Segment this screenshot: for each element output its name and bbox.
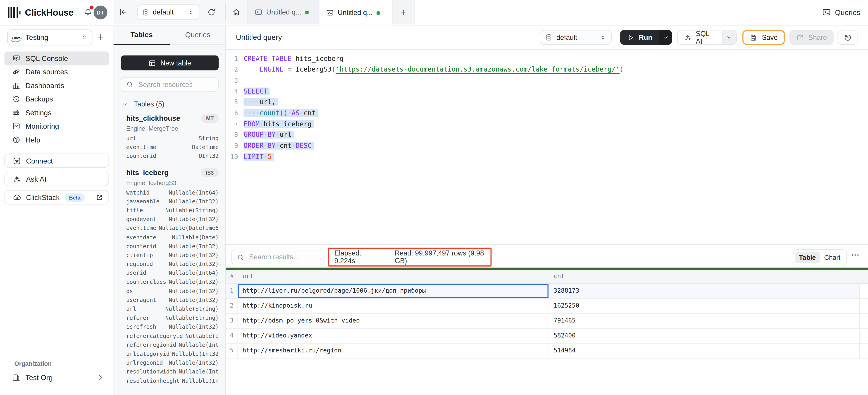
column-header-url[interactable]: url bbox=[238, 273, 549, 280]
column-row[interactable]: urlcategoryidNullable(Int32 bbox=[126, 350, 219, 360]
plus-icon[interactable] bbox=[96, 33, 105, 41]
result-row-3[interactable]: 3http://bdsm_po_yers=0&with_video791465 bbox=[226, 313, 868, 328]
new-table-button[interactable]: New table bbox=[121, 56, 219, 70]
queries-button[interactable]: Queries bbox=[822, 6, 860, 18]
cnt-cell[interactable]: 3288173 bbox=[549, 283, 860, 298]
column-row[interactable]: regionidNullable(Int32) bbox=[126, 261, 219, 270]
result-row-4[interactable]: 4http://video.yandex582400 bbox=[226, 329, 868, 343]
column-row[interactable]: counteridUInt32 bbox=[126, 153, 219, 162]
column-row[interactable]: eventdateNullable(Date) bbox=[126, 234, 219, 243]
run-button[interactable]: Run bbox=[620, 30, 672, 45]
editor-database-selector[interactable]: default bbox=[540, 30, 612, 45]
results-more-button[interactable]: ••• bbox=[851, 252, 860, 257]
result-row-2[interactable]: 2http://kinopoisk.ru1625250 bbox=[226, 298, 868, 313]
url-cell[interactable]: http://smeshariki.ru/region bbox=[238, 343, 549, 358]
refresh-icon[interactable] bbox=[207, 8, 216, 17]
code-line[interactable]: 10LIMIT·5 bbox=[226, 151, 868, 162]
search-resources-input[interactable] bbox=[137, 80, 212, 89]
results-panel: Elapsed: 9.224s Read: 99,997,497 rows (9… bbox=[226, 244, 868, 395]
query-history-button[interactable] bbox=[837, 30, 857, 45]
cnt-cell[interactable]: 582400 bbox=[549, 329, 860, 343]
column-row[interactable]: refererNullable(String) bbox=[126, 315, 219, 324]
column-row[interactable]: resolutionwidthNullable(Int bbox=[126, 369, 219, 378]
avatar[interactable]: DT bbox=[93, 5, 107, 19]
search-results-input[interactable] bbox=[248, 253, 316, 262]
table-item-hits_iceberg[interactable]: hits_icebergIS3 bbox=[126, 168, 219, 177]
cnt-cell[interactable]: 791465 bbox=[549, 313, 860, 328]
sidebar-item-settings[interactable]: Settings bbox=[4, 106, 109, 119]
tab-queries[interactable]: Queries bbox=[170, 25, 226, 45]
column-row[interactable]: eventtimeNullable(DateTime6 bbox=[126, 225, 219, 234]
cnt-cell[interactable]: 1625250 bbox=[549, 298, 860, 313]
run-button-main[interactable]: Run bbox=[620, 30, 659, 45]
sql-ai-options-button[interactable] bbox=[722, 31, 736, 45]
code-line[interactable]: 6····count()·AS·cnt bbox=[226, 108, 868, 118]
column-row[interactable]: isrefreshNullable(Int32) bbox=[126, 324, 219, 333]
column-header-index[interactable]: # bbox=[226, 273, 238, 280]
run-options-button[interactable] bbox=[659, 30, 672, 45]
url-cell[interactable]: http://bdsm_po_yers=0&with_video bbox=[238, 313, 549, 328]
view-toggle-chart[interactable]: Chart bbox=[820, 252, 845, 263]
clickhouse-logo-icon[interactable] bbox=[8, 7, 22, 18]
column-row[interactable]: clientipNullable(Int32) bbox=[126, 252, 219, 261]
column-row[interactable]: urlregionidNullable(Int32) bbox=[126, 360, 219, 369]
url-cell[interactable]: http://video.yandex bbox=[238, 329, 549, 343]
url-cell[interactable]: http://kinopoisk.ru bbox=[238, 298, 549, 313]
query-title[interactable]: Untitled query bbox=[236, 33, 282, 42]
sidebar-button-ask-ai[interactable]: Ask AI bbox=[4, 172, 109, 186]
tab-tables[interactable]: Tables bbox=[114, 25, 170, 45]
sidebar-item-backups[interactable]: Backups bbox=[4, 92, 109, 106]
sql-ai-button[interactable]: SQL AI bbox=[677, 30, 737, 45]
table-item-hits_clickhouse[interactable]: hits_clickhouseMT bbox=[126, 114, 219, 123]
database-selector[interactable]: default bbox=[137, 4, 199, 20]
view-toggle-table[interactable]: Table bbox=[795, 252, 820, 263]
sidebar-button-connect[interactable]: Connect bbox=[4, 153, 109, 168]
sidebar-item-data-sources[interactable]: Data sources bbox=[4, 65, 109, 79]
sidebar-item-dashboards[interactable]: Dashboards bbox=[4, 79, 109, 92]
code-line[interactable]: 7FROM·hits_iceberg bbox=[226, 118, 868, 129]
sql-ai-main[interactable]: SQL AI bbox=[678, 31, 722, 45]
tables-group-header[interactable]: Tables (5) bbox=[122, 100, 164, 108]
column-row[interactable]: counterclassNullable(Int32) bbox=[126, 279, 219, 288]
column-row[interactable]: titleNullable(String) bbox=[126, 207, 219, 216]
column-row[interactable]: osNullable(Int32) bbox=[126, 288, 219, 297]
new-tab-button[interactable] bbox=[393, 0, 415, 25]
workspace-selector[interactable]: aws Testing bbox=[7, 29, 93, 46]
code-line[interactable]: 9ORDER·BY·cnt·DESC bbox=[226, 140, 868, 151]
organization-item[interactable]: Test Org bbox=[4, 370, 109, 385]
sql-editor[interactable]: 1CREATE TABLE hits_iceberg2 ENGINE = Ice… bbox=[226, 50, 868, 162]
column-header-cnt[interactable]: cnt bbox=[549, 273, 860, 280]
query-tab-1[interactable]: Untitled q... bbox=[248, 0, 319, 25]
column-row[interactable]: refererregionidNullable(Int bbox=[126, 342, 219, 351]
column-row[interactable]: eventtimeDateTime bbox=[126, 144, 219, 153]
result-row-5[interactable]: 5http://smeshariki.ru/region514984 bbox=[226, 343, 868, 358]
code-line[interactable]: 1CREATE TABLE hits_iceberg bbox=[226, 53, 868, 64]
column-row[interactable]: referercategoryidNullable(I bbox=[126, 333, 219, 342]
column-row[interactable]: counteridNullable(Int32) bbox=[126, 243, 219, 252]
column-row[interactable]: resolutionheightNullable(In bbox=[126, 377, 219, 387]
column-row[interactable]: watchidNullable(Int64) bbox=[126, 189, 219, 198]
share-button[interactable]: Share bbox=[789, 30, 834, 45]
save-button[interactable]: Save bbox=[742, 30, 785, 45]
column-row[interactable]: javaenableNullable(Int32) bbox=[126, 198, 219, 207]
sidebar-item-monitoring[interactable]: Monitoring bbox=[4, 119, 109, 133]
cnt-cell[interactable]: 514984 bbox=[549, 343, 860, 358]
code-line[interactable]: 8GROUP·BY·url bbox=[226, 129, 868, 140]
column-row[interactable]: goodeventNullable(Int32) bbox=[126, 216, 219, 225]
column-row[interactable]: useragentNullable(Int32) bbox=[126, 297, 219, 306]
column-row[interactable]: useridNullable(Int64) bbox=[126, 270, 219, 279]
code-line[interactable]: 2 ENGINE = IcebergS3('https://datasets-d… bbox=[226, 64, 868, 75]
sidebar-item-sql-console[interactable]: SQL Console bbox=[4, 52, 109, 65]
sidebar-item-help[interactable]: Help bbox=[4, 133, 109, 146]
code-line[interactable]: 5····url, bbox=[226, 97, 868, 108]
home-icon[interactable] bbox=[232, 8, 241, 17]
column-row[interactable]: urlNullable(String) bbox=[126, 306, 219, 315]
sidebar-button-clickstack[interactable]: ClickStackBeta bbox=[4, 190, 109, 204]
column-row[interactable]: urlString bbox=[126, 135, 219, 144]
query-tab-2-active[interactable]: Untitled q... bbox=[319, 0, 393, 26]
url-cell[interactable]: http://liver.ru/belgorod/page/1006.jки/д… bbox=[238, 283, 549, 298]
code-line[interactable]: 4SELECT bbox=[226, 86, 868, 97]
collapse-left-icon[interactable] bbox=[119, 8, 127, 17]
code-line[interactable]: 3 bbox=[226, 75, 868, 86]
result-row-1[interactable]: 1http://liver.ru/belgorod/page/1006.jки/… bbox=[226, 283, 868, 298]
